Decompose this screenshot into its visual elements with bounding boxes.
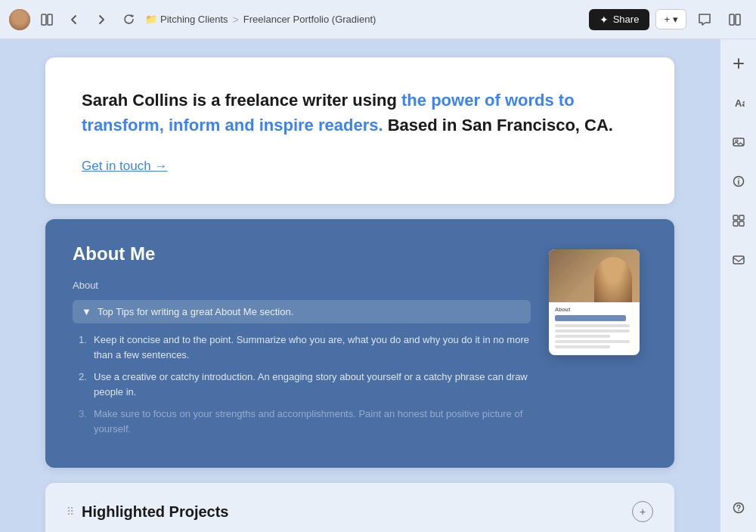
svg-rect-10 xyxy=(739,215,744,220)
share-button[interactable]: ✦ Share xyxy=(589,9,650,30)
sidebar-grid-icon[interactable] xyxy=(727,209,751,233)
preview-text-line-5 xyxy=(555,345,610,348)
sidebar-mail-icon[interactable] xyxy=(727,248,751,272)
preview-text-line-4 xyxy=(555,340,630,343)
comments-button[interactable] xyxy=(692,8,717,32)
about-tips-dropdown[interactable]: ▼ Top Tips for writing a great About Me … xyxy=(73,300,531,323)
svg-text:Aa: Aa xyxy=(735,97,745,109)
svg-rect-3 xyxy=(736,14,740,25)
topbar: 📁 Pitching Clients > Freelancer Portfoli… xyxy=(0,0,756,39)
add-project-icon: + xyxy=(640,506,646,518)
sidebar-info-icon[interactable] xyxy=(727,169,751,193)
hero-cta-link[interactable]: Get in touch → xyxy=(82,159,167,174)
svg-point-6 xyxy=(736,140,738,142)
about-tips-header-text: Top Tips for writing a great About Me se… xyxy=(98,306,293,317)
breadcrumb-current-page: Freelancer Portfolio (Gradient) xyxy=(243,14,376,25)
svg-point-8 xyxy=(738,178,739,180)
about-card: About Me About ▼ Top Tips for writing a … xyxy=(45,219,674,468)
about-preview-thumbnail: About xyxy=(549,243,647,444)
right-sidebar: Aa xyxy=(720,39,756,532)
about-section-label: About xyxy=(73,280,531,291)
about-content: About Me About ▼ Top Tips for writing a … xyxy=(73,243,531,444)
hero-title: Sarah Collins is a freelance writer usin… xyxy=(82,88,638,138)
about-me-title: About Me xyxy=(73,243,531,264)
svg-rect-0 xyxy=(42,14,46,25)
avatar[interactable] xyxy=(9,9,30,30)
back-button[interactable] xyxy=(64,9,85,30)
hero-card: Sarah Collins is a freelance writer usin… xyxy=(45,57,674,204)
svg-rect-1 xyxy=(48,14,52,25)
sidebar-toggle-button[interactable] xyxy=(36,9,57,30)
breadcrumb-folder[interactable]: Pitching Clients xyxy=(160,14,228,25)
breadcrumb: 📁 Pitching Clients > Freelancer Portfoli… xyxy=(145,14,583,26)
svg-rect-2 xyxy=(730,14,734,25)
preview-card: About xyxy=(549,249,640,355)
forward-button[interactable] xyxy=(91,9,112,30)
breadcrumb-separator: > xyxy=(233,14,239,26)
preview-text-line-2 xyxy=(555,329,630,332)
refresh-button[interactable] xyxy=(118,9,139,30)
sidebar-text-icon[interactable]: Aa xyxy=(727,91,751,115)
svg-point-15 xyxy=(738,510,739,512)
share-icon: ✦ xyxy=(600,14,609,26)
about-tip-2: Use a creative or catchy introduction. A… xyxy=(79,370,531,399)
sidebar-help-icon[interactable] xyxy=(727,496,751,520)
svg-rect-13 xyxy=(733,256,744,264)
add-project-button[interactable]: + xyxy=(632,501,653,522)
preview-text-line-1 xyxy=(555,324,630,327)
svg-rect-11 xyxy=(733,221,738,226)
preview-photo xyxy=(549,249,640,302)
layout-button[interactable] xyxy=(723,8,747,32)
main-layout: Sarah Collins is a freelance writer usin… xyxy=(0,39,756,532)
add-button[interactable]: + ▾ xyxy=(655,9,686,29)
preview-about-label: About xyxy=(555,307,634,312)
hero-title-part2: Based in San Francisco, CA. xyxy=(383,116,613,135)
drag-handle-icon[interactable]: ⠿ xyxy=(67,506,74,518)
projects-section: ⠿ Highlighted Projects + Bite App - The … xyxy=(45,483,674,532)
about-tips-list: Keep it concise and to the point. Summar… xyxy=(73,332,531,436)
preview-person-shape xyxy=(594,257,632,302)
breadcrumb-folder-icon: 📁 xyxy=(145,14,157,25)
sidebar-image-icon[interactable] xyxy=(727,130,751,154)
sidebar-add-icon[interactable] xyxy=(727,51,751,76)
projects-header: ⠿ Highlighted Projects + xyxy=(67,501,653,522)
preview-highlight-bar xyxy=(555,315,626,321)
preview-card-content: About xyxy=(549,302,640,355)
svg-rect-12 xyxy=(739,221,744,226)
topbar-right-actions: ✦ Share + ▾ xyxy=(589,8,747,32)
about-tip-3: Make sure to focus on your strengths and… xyxy=(79,407,531,436)
about-tip-1: Keep it concise and to the point. Summar… xyxy=(79,332,531,362)
projects-header-left: ⠿ Highlighted Projects xyxy=(67,503,228,521)
hero-title-part1: Sarah Collins is a freelance writer usin… xyxy=(82,91,401,110)
preview-text-line-3 xyxy=(555,335,610,338)
svg-rect-9 xyxy=(733,215,738,220)
dropdown-triangle-icon: ▼ xyxy=(82,306,91,317)
canvas-area: Sarah Collins is a freelance writer usin… xyxy=(0,39,720,532)
projects-title: Highlighted Projects xyxy=(82,503,228,521)
